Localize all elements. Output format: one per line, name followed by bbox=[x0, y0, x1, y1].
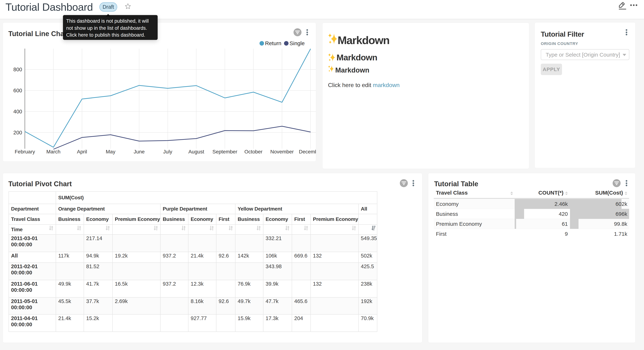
svg-text:July: July bbox=[163, 149, 172, 154]
svg-text:June: June bbox=[134, 149, 145, 154]
svg-text:Return: Return bbox=[265, 40, 281, 46]
svg-text:200: 200 bbox=[14, 130, 22, 136]
svg-text:May: May bbox=[106, 149, 116, 154]
svg-text:April: April bbox=[77, 149, 87, 154]
svg-text:600: 600 bbox=[14, 88, 22, 94]
svg-text:November: November bbox=[270, 149, 294, 154]
svg-text:Single: Single bbox=[290, 40, 304, 46]
svg-text:400: 400 bbox=[14, 109, 22, 114]
svg-text:September: September bbox=[212, 149, 237, 154]
svg-text:October: October bbox=[244, 149, 262, 154]
svg-text:August: August bbox=[188, 149, 204, 154]
svg-text:March: March bbox=[46, 149, 60, 154]
svg-text:December: December bbox=[299, 149, 316, 154]
svg-text:800: 800 bbox=[14, 66, 22, 72]
svg-text:February: February bbox=[15, 149, 35, 154]
